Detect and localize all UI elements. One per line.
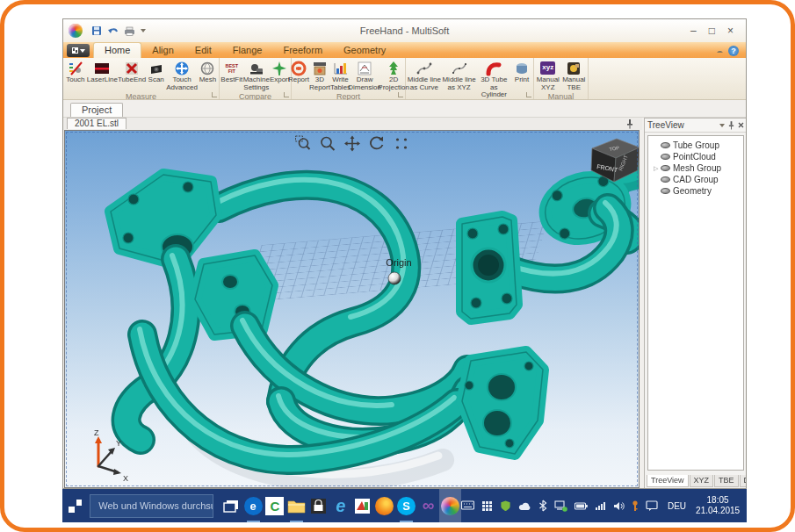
viewport-3d[interactable]: FRONT TOP RIGHT Z xyxy=(64,130,640,488)
signal-icon[interactable] xyxy=(595,501,606,511)
c-app-button[interactable]: C xyxy=(264,489,286,522)
tree-item-mesh-group[interactable]: ▷ Mesh Group xyxy=(648,162,743,174)
scan-icon xyxy=(148,60,165,76)
action-center-icon[interactable] xyxy=(646,500,658,512)
save-icon[interactable] xyxy=(91,25,102,36)
fit-view-icon[interactable] xyxy=(393,135,409,152)
tab-home[interactable]: Home xyxy=(93,42,141,58)
media-app-button[interactable] xyxy=(351,489,373,522)
panel-tab-description[interactable]: Description xyxy=(740,475,747,487)
projection-2d-button[interactable]: 2D Projection xyxy=(379,59,408,91)
compare-dialog-launcher-icon[interactable] xyxy=(284,92,289,97)
language-indicator[interactable]: DEU xyxy=(665,501,689,511)
mesh-button[interactable]: Mesh xyxy=(198,59,218,84)
store-button[interactable] xyxy=(307,489,329,522)
tree-item-geometry[interactable]: Geometry xyxy=(648,185,743,197)
volume-icon[interactable] xyxy=(613,501,625,511)
minimize-button[interactable]: – xyxy=(690,25,697,37)
bluetooth-icon[interactable] xyxy=(538,500,547,512)
document-tab[interactable]: 2001 EL.stl xyxy=(67,118,126,129)
panel-tab-treeview[interactable]: TreeView xyxy=(647,475,689,487)
taskbar-clock[interactable]: 18:05 21.04.2015 xyxy=(696,495,741,516)
print-icon[interactable] xyxy=(124,26,135,36)
panel-tab-xyz[interactable]: XYZ xyxy=(690,475,714,487)
tab-geometry[interactable]: Geometry xyxy=(333,43,396,58)
close-button[interactable]: × xyxy=(727,25,734,37)
zoom-window-icon[interactable] xyxy=(294,135,311,152)
panel-menu-icon[interactable] xyxy=(719,124,725,127)
ribbon-group-display: Middle line as Curve Middle line as XYZ … xyxy=(406,58,534,99)
manual-tbe-button[interactable]: Manual TBE xyxy=(561,59,588,91)
tab-edit[interactable]: Edit xyxy=(184,43,222,58)
tree-item-tube-group[interactable]: Tube Group xyxy=(648,140,743,151)
zoom-icon[interactable] xyxy=(319,135,336,152)
tab-flange[interactable]: Flange xyxy=(222,43,273,58)
security-key-icon[interactable] xyxy=(632,500,639,512)
display-dialog-launcher-icon[interactable] xyxy=(526,92,531,97)
laserline-button[interactable]: LaserLine xyxy=(87,59,118,84)
app-grid-icon[interactable] xyxy=(481,500,493,512)
laserline-icon xyxy=(93,60,111,76)
document-tab-strip: 2001 EL.stl xyxy=(63,118,642,130)
skype-icon: S xyxy=(397,497,416,515)
window-controls: – □ × xyxy=(690,25,746,37)
machine-settings-button[interactable]: Machine Settings xyxy=(243,59,270,91)
panel-close-icon[interactable] xyxy=(738,122,744,128)
display-print-button[interactable]: Print xyxy=(511,59,532,84)
tubeend-button[interactable]: TubeEnd xyxy=(118,59,146,84)
tube-cylinder-button[interactable]: 3D Tube as Cylinder xyxy=(476,59,511,99)
report-button[interactable]: Report xyxy=(288,59,309,84)
touch-button[interactable]: Touch xyxy=(64,59,87,84)
scan-button[interactable]: Scan xyxy=(146,59,166,84)
visual-studio-button[interactable]: ∞ xyxy=(417,489,439,522)
qat-customize-icon[interactable] xyxy=(141,29,146,32)
pin-icon[interactable] xyxy=(626,119,633,129)
printer-3d-icon xyxy=(513,60,531,76)
panel-tab-tbe[interactable]: TBE xyxy=(714,475,739,487)
task-view-button[interactable] xyxy=(220,489,242,522)
manual-xyz-button[interactable]: xyz Manual XYZ xyxy=(535,59,561,91)
report-dialog-launcher-icon[interactable] xyxy=(398,92,403,97)
expander-icon[interactable]: ▷ xyxy=(654,165,661,172)
middle-line-curve-button[interactable]: Middle line as Curve xyxy=(407,59,442,91)
measure-dialog-launcher-icon[interactable] xyxy=(212,92,217,97)
antivirus-shield-icon[interactable] xyxy=(500,500,511,512)
collapse-ribbon-icon[interactable] xyxy=(717,49,723,53)
draw-dimension-button[interactable]: Draw Dimension xyxy=(351,59,379,91)
screenshot-frame: FreeHand - MultiSoft – □ × Home Align Ed… xyxy=(0,0,795,532)
edge-button[interactable]: e xyxy=(242,489,264,522)
help-button[interactable]: ? xyxy=(728,46,739,56)
layer-icon xyxy=(661,165,670,171)
bestfit-button[interactable]: BESTFIT BestFit xyxy=(220,59,243,84)
touch-advanced-button[interactable]: Touch Advanced xyxy=(166,59,198,91)
report-icon xyxy=(290,60,307,76)
rotate-icon[interactable] xyxy=(368,135,385,152)
application-menu-button[interactable] xyxy=(67,44,90,57)
touch-keyboard-icon[interactable] xyxy=(461,500,474,511)
maximize-button[interactable]: □ xyxy=(709,25,715,37)
middle-line-xyz-button[interactable]: Middle line as XYZ xyxy=(442,59,477,91)
tree-item-pointcloud[interactable]: PointCloud xyxy=(648,151,743,162)
network-status-icon[interactable] xyxy=(554,500,567,512)
start-button[interactable] xyxy=(62,489,88,522)
skype-button[interactable]: S xyxy=(395,489,417,522)
project-tab[interactable]: Project xyxy=(70,103,123,117)
onedrive-cloud-icon[interactable] xyxy=(518,501,531,511)
tree-item-cad-group[interactable]: CAD Group xyxy=(648,174,743,185)
tab-align[interactable]: Align xyxy=(141,43,184,58)
freehand-app-button[interactable] xyxy=(439,489,461,522)
panel-pin-icon[interactable] xyxy=(728,121,734,130)
axis-y-label: Y xyxy=(116,439,121,448)
taskbar-search[interactable] xyxy=(90,494,213,518)
firefox-button[interactable] xyxy=(373,489,395,522)
report-3d-button[interactable]: 3D Report xyxy=(309,59,330,91)
pan-icon[interactable] xyxy=(343,135,360,152)
search-input[interactable] xyxy=(90,500,212,511)
app-logo-icon[interactable] xyxy=(69,24,83,38)
export-button[interactable]: Export xyxy=(270,59,290,84)
file-explorer-button[interactable] xyxy=(285,489,307,522)
battery-icon[interactable] xyxy=(575,502,588,510)
internet-explorer-button[interactable]: e xyxy=(329,489,351,522)
tab-freeform[interactable]: Freeform xyxy=(272,43,333,58)
undo-icon[interactable] xyxy=(107,26,119,36)
